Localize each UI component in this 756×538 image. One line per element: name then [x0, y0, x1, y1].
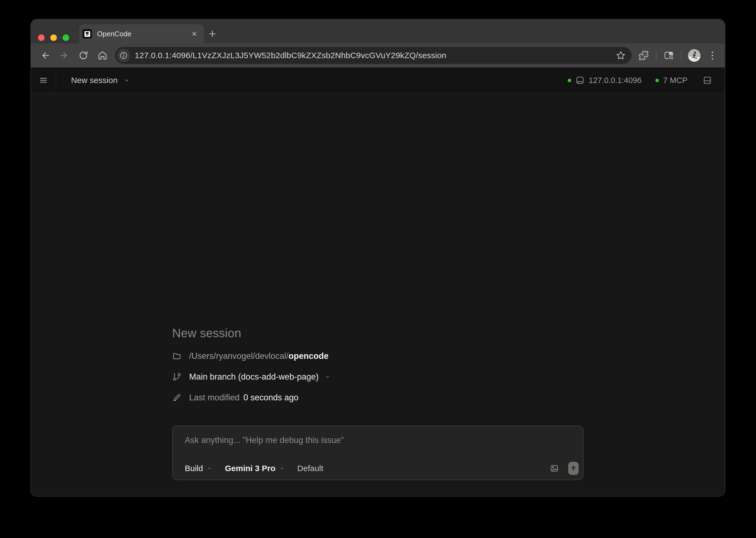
- window-zoom-button[interactable]: [63, 34, 69, 41]
- git-branch-icon: [172, 372, 181, 382]
- info-icon: [119, 51, 128, 60]
- plus-icon: [207, 29, 218, 39]
- mode-label: Build: [185, 464, 203, 473]
- mcp-status-dot: [656, 79, 659, 82]
- browser-tab[interactable]: OpenCode: [79, 24, 204, 43]
- server-status-dot: [568, 79, 571, 82]
- modified-value: 0 seconds ago: [243, 393, 298, 403]
- back-button[interactable]: [38, 48, 52, 63]
- chevron-down-icon: [207, 466, 212, 471]
- send-button[interactable]: [568, 462, 579, 475]
- composer: Build Gemini 3 Pro Default: [172, 425, 584, 480]
- tab-title: OpenCode: [97, 30, 189, 38]
- branch-row: Main branch (docs-add-web-page): [172, 370, 584, 383]
- model-label: Gemini 3 Pro: [225, 464, 276, 473]
- profile-avatar-button[interactable]: [688, 49, 701, 62]
- mcp-status: 7 MCP: [656, 76, 687, 85]
- url-input[interactable]: [135, 51, 615, 60]
- branch-selector[interactable]: Main branch (docs-add-web-page): [189, 372, 330, 382]
- branch-label: Main branch (docs-add-web-page): [189, 372, 319, 382]
- reload-icon: [78, 50, 89, 61]
- address-bar[interactable]: [115, 47, 632, 64]
- tab-strip: OpenCode: [31, 20, 725, 43]
- session-column: New session /Users/ryanvogel/devlocal/op…: [172, 326, 584, 480]
- extensions-button[interactable]: [638, 49, 650, 62]
- close-icon: [190, 30, 198, 38]
- server-status: 127.0.0.1:4096: [568, 76, 642, 85]
- back-icon: [40, 50, 50, 61]
- desktop-background: { "colors": { "accent-green": "#2fc934",…: [0, 0, 756, 538]
- chevron-down-icon: [124, 77, 130, 83]
- toolbar-separator: [681, 51, 682, 60]
- new-tab-button[interactable]: [204, 24, 221, 43]
- browser-window: OpenCode: [31, 20, 725, 496]
- panel-bottom-icon: [703, 76, 712, 85]
- arrow-up-icon: [570, 464, 577, 472]
- reload-button[interactable]: [76, 48, 91, 63]
- sidebar-menu-button[interactable]: [35, 72, 52, 88]
- window-close-button[interactable]: [38, 34, 44, 41]
- site-info-button[interactable]: [117, 49, 130, 62]
- chevron-down-icon: [325, 374, 330, 380]
- menu-cell: [31, 68, 56, 93]
- puzzle-icon: [639, 50, 649, 61]
- toolbar-right: [637, 49, 718, 62]
- browser-menu-button[interactable]: [707, 49, 718, 62]
- image-icon: [550, 464, 559, 473]
- directory-path: /Users/ryanvogel/devlocal/opencode: [189, 351, 329, 361]
- forward-button[interactable]: [57, 48, 71, 63]
- session-selector-label: New session: [71, 76, 117, 85]
- forward-icon: [59, 50, 70, 61]
- bookmark-button[interactable]: [615, 49, 627, 61]
- avatar-image: [688, 49, 701, 62]
- browser-toolbar: [31, 43, 725, 68]
- session-content: New session /Users/ryanvogel/devlocal/op…: [31, 93, 725, 496]
- modified-label: Last modified: [189, 393, 239, 403]
- directory-name: opencode: [288, 351, 329, 361]
- pencil-icon: [172, 393, 181, 402]
- home-button[interactable]: [95, 48, 110, 63]
- directory-prefix: /Users/ryanvogel/devlocal/: [189, 351, 288, 361]
- traffic-lights: [38, 34, 69, 41]
- toolbar-separator: [656, 51, 657, 60]
- opencode-favicon: [83, 29, 92, 38]
- tab-search-icon: [663, 50, 674, 61]
- app-header: New session 127.0.0.1:4096 7 MCP: [31, 68, 725, 93]
- tab-search-button[interactable]: [663, 49, 675, 62]
- server-window-icon: [575, 76, 585, 85]
- window-minimize-button[interactable]: [50, 34, 57, 41]
- model-selector[interactable]: Gemini 3 Pro: [225, 464, 284, 473]
- modified-row: Last modified 0 seconds ago: [172, 391, 584, 404]
- composer-bar: Build Gemini 3 Pro Default: [185, 461, 579, 475]
- star-icon: [616, 51, 626, 60]
- header-right: 127.0.0.1:4096 7 MCP: [568, 68, 725, 93]
- attach-image-button[interactable]: [548, 462, 560, 474]
- home-icon: [97, 50, 108, 61]
- chevron-down-icon: [280, 466, 284, 471]
- hamburger-icon: [38, 76, 48, 85]
- opencode-app: New session 127.0.0.1:4096 7 MCP: [31, 68, 725, 496]
- tab-close-button[interactable]: [189, 28, 200, 40]
- folder-icon: [172, 351, 181, 361]
- server-host-label: 127.0.0.1:4096: [589, 76, 642, 85]
- kebab-icon: [712, 52, 713, 53]
- directory-row: /Users/ryanvogel/devlocal/opencode: [172, 350, 584, 363]
- agent-label: Default: [297, 464, 323, 473]
- session-selector[interactable]: New session: [71, 68, 130, 93]
- page-title: New session: [172, 326, 584, 340]
- mode-selector[interactable]: Build: [185, 464, 212, 473]
- mcp-label: 7 MCP: [663, 76, 687, 85]
- panel-toggle-button[interactable]: [701, 74, 713, 86]
- prompt-input[interactable]: [185, 435, 571, 458]
- agent-selector[interactable]: Default: [297, 464, 323, 473]
